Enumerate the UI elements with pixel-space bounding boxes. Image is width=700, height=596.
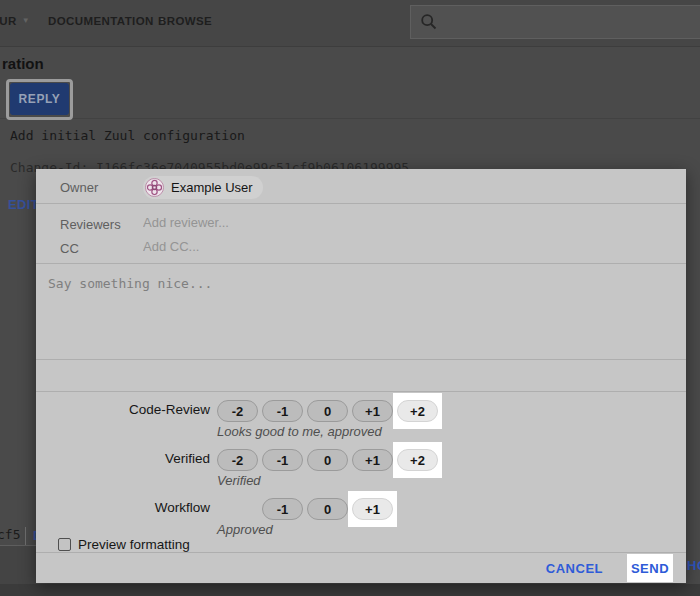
background-link-fragment[interactable]: HO [687, 558, 700, 573]
nav-menu-documentation[interactable]: DOCUMENTATION ▼ [48, 15, 167, 27]
vote-highlight-box: +1 [348, 491, 397, 527]
search-box[interactable] [410, 5, 700, 39]
nav-menu-browse[interactable]: BROWSE [158, 15, 212, 27]
screen: OUR ▼ DOCUMENTATION ▼ BROWSE ration REPL… [0, 0, 700, 596]
vote-label-name: Workflow [36, 500, 210, 515]
vote-button-verified--1[interactable]: -1 [262, 449, 303, 471]
vote-button-code-review-+2[interactable]: +2 [397, 400, 438, 422]
vote-description: Approved [217, 522, 273, 537]
vote-button-verified-0[interactable]: 0 [307, 449, 348, 471]
nav-menu-label: OUR [0, 15, 17, 27]
send-button-highlight: SEND [627, 554, 673, 582]
vote-button-verified-+2[interactable]: +2 [397, 449, 438, 471]
nav-menu-label: BROWSE [158, 15, 212, 27]
chevron-down-icon: ▼ [22, 17, 30, 25]
vote-button-code-review-0[interactable]: 0 [307, 400, 348, 422]
top-navbar: OUR ▼ DOCUMENTATION ▼ BROWSE [0, 0, 700, 47]
vote-button-workflow-+1[interactable]: +1 [352, 498, 393, 520]
nav-menu-label: DOCUMENTATION [48, 15, 154, 27]
vote-highlight-box: +2 [393, 393, 442, 429]
vote-highlight-box: +2 [393, 442, 442, 478]
vote-section: Code-Review-2-10+1+2Looks good to me, ap… [36, 169, 686, 583]
commit-message: Add initial Zuul configuration [10, 128, 245, 143]
commit-sha-fragment: cf5 [0, 527, 20, 542]
vote-button-code-review--2[interactable]: -2 [217, 400, 258, 422]
vote-button-verified--2[interactable]: -2 [217, 449, 258, 471]
separator [25, 527, 26, 546]
vote-description: Looks good to me, approved [217, 424, 382, 439]
vote-button-code-review-+1[interactable]: +1 [352, 400, 393, 422]
reply-dialog: Owner Example User Reviewers CC Preview … [36, 169, 686, 583]
vote-label-name: Code-Review [36, 402, 210, 417]
send-button[interactable]: SEND [631, 561, 669, 576]
vote-button-verified-+1[interactable]: +1 [352, 449, 393, 471]
reply-button[interactable]: REPLY [10, 83, 69, 115]
page-divider [0, 118, 700, 119]
dialog-actions: CANCEL SEND [546, 553, 673, 583]
search-input[interactable] [446, 10, 686, 34]
edit-link[interactable]: EDIT [8, 197, 39, 212]
cancel-button[interactable]: CANCEL [546, 561, 603, 576]
footer-area [0, 546, 36, 584]
vote-button-workflow-0[interactable]: 0 [307, 498, 348, 520]
vote-label-name: Verified [36, 451, 210, 466]
search-icon [420, 13, 438, 31]
vote-button-workflow--1[interactable]: -1 [262, 498, 303, 520]
vote-button-code-review--1[interactable]: -1 [262, 400, 303, 422]
page-title: ration [2, 55, 44, 72]
nav-menu-your[interactable]: OUR ▼ [0, 15, 30, 27]
vote-description: Verified [217, 473, 261, 488]
page-bottom-strip [0, 584, 700, 596]
